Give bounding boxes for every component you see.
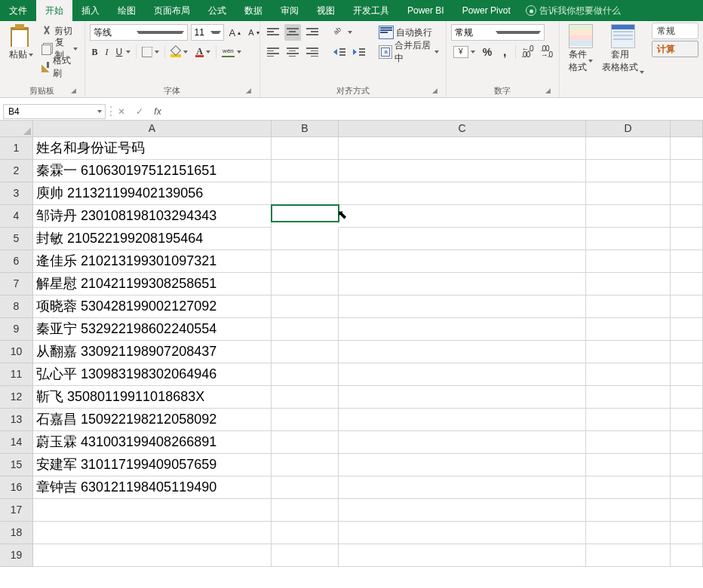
percent-button[interactable]: % bbox=[480, 44, 494, 60]
cell[interactable]: 项晓蓉 530428199002127092 bbox=[33, 296, 272, 318]
align-left-button[interactable] bbox=[265, 44, 281, 60]
clipboard-launcher[interactable]: ◢ bbox=[71, 87, 80, 96]
cell[interactable] bbox=[586, 160, 671, 182]
cell[interactable] bbox=[272, 182, 339, 205]
insert-function-button[interactable]: fx bbox=[149, 106, 167, 117]
cell[interactable] bbox=[339, 137, 586, 160]
cell[interactable] bbox=[339, 454, 586, 476]
cell[interactable]: 安建军 310117199409057659 bbox=[33, 454, 272, 476]
cell[interactable] bbox=[586, 250, 671, 273]
row-header[interactable]: 9 bbox=[0, 318, 33, 341]
cell[interactable] bbox=[671, 273, 703, 296]
cell[interactable] bbox=[272, 296, 339, 318]
row-header[interactable]: 5 bbox=[0, 228, 33, 250]
font-color-button[interactable]: A bbox=[193, 44, 213, 60]
cell[interactable] bbox=[339, 431, 586, 454]
row-header[interactable]: 2 bbox=[0, 160, 33, 182]
fill-color-button[interactable] bbox=[168, 44, 190, 60]
tab-review[interactable]: 审阅 bbox=[272, 0, 308, 21]
cell[interactable] bbox=[33, 499, 272, 522]
cell[interactable] bbox=[272, 499, 339, 522]
cell[interactable]: 解星慰 210421199308258651 bbox=[33, 273, 272, 296]
cell[interactable] bbox=[671, 499, 703, 522]
cell[interactable] bbox=[272, 318, 339, 341]
cell[interactable] bbox=[586, 431, 671, 454]
cell[interactable] bbox=[586, 296, 671, 318]
italic-button[interactable]: I bbox=[103, 44, 111, 60]
cell[interactable] bbox=[586, 544, 671, 567]
cell[interactable] bbox=[339, 363, 586, 386]
row-header[interactable]: 13 bbox=[0, 409, 33, 431]
cell[interactable] bbox=[339, 228, 586, 250]
column-header-D[interactable]: D bbox=[586, 121, 671, 137]
tab-data[interactable]: 数据 bbox=[235, 0, 272, 21]
select-all-button[interactable] bbox=[0, 121, 33, 137]
cell[interactable] bbox=[671, 363, 703, 386]
formula-input[interactable] bbox=[167, 104, 703, 119]
enter-formula-button[interactable]: ✓ bbox=[130, 106, 149, 117]
row-header[interactable]: 3 bbox=[0, 182, 33, 205]
cancel-formula-button[interactable]: ✕ bbox=[112, 106, 130, 117]
cell[interactable] bbox=[339, 341, 586, 363]
row-header[interactable]: 7 bbox=[0, 273, 33, 296]
cell[interactable]: 靳飞 35080119911018683X bbox=[33, 386, 272, 409]
cell[interactable] bbox=[586, 273, 671, 296]
cell[interactable] bbox=[339, 544, 586, 567]
tab-developer[interactable]: 开发工具 bbox=[344, 0, 398, 21]
cell[interactable] bbox=[339, 273, 586, 296]
cell[interactable]: 秦霖一 610630197512151651 bbox=[33, 160, 272, 182]
cell[interactable] bbox=[272, 228, 339, 250]
orientation-button[interactable] bbox=[331, 24, 355, 41]
accounting-format-button[interactable]: ¥ bbox=[451, 44, 477, 60]
cell[interactable] bbox=[272, 431, 339, 454]
name-box[interactable] bbox=[3, 104, 106, 119]
tab-file[interactable]: 文件 bbox=[0, 0, 36, 21]
cell[interactable] bbox=[671, 431, 703, 454]
decrease-decimal-button[interactable]: .00→.0 bbox=[539, 44, 554, 60]
decrease-font-button[interactable]: A▾ bbox=[246, 24, 261, 41]
cell[interactable] bbox=[586, 318, 671, 341]
cell[interactable] bbox=[671, 137, 703, 160]
column-header-C[interactable]: C bbox=[339, 121, 586, 137]
align-center-button[interactable] bbox=[284, 44, 301, 60]
phonetic-button[interactable]: wén bbox=[219, 44, 244, 60]
cell[interactable] bbox=[339, 522, 586, 544]
cell[interactable] bbox=[339, 476, 586, 499]
cell[interactable] bbox=[671, 250, 703, 273]
row-header[interactable]: 17 bbox=[0, 499, 33, 522]
row-header[interactable]: 14 bbox=[0, 431, 33, 454]
cell[interactable] bbox=[272, 160, 339, 182]
cell[interactable] bbox=[671, 182, 703, 205]
decrease-indent-button[interactable] bbox=[331, 44, 348, 60]
cell[interactable]: 秦亚宁 532922198602240554 bbox=[33, 318, 272, 341]
cell[interactable] bbox=[272, 476, 339, 499]
cell[interactable]: 石嘉昌 150922198212058092 bbox=[33, 409, 272, 431]
chevron-down-icon[interactable] bbox=[97, 110, 102, 113]
cell[interactable]: 蔚玉霖 431003199408266891 bbox=[33, 431, 272, 454]
cell[interactable]: 弘心平 130983198302064946 bbox=[33, 363, 272, 386]
column-header-A[interactable]: A bbox=[33, 121, 272, 137]
cell[interactable] bbox=[339, 318, 586, 341]
increase-decimal-button[interactable]: ←.0.00 bbox=[519, 44, 535, 60]
comma-style-button[interactable]: , bbox=[497, 44, 512, 60]
cell[interactable] bbox=[272, 522, 339, 544]
cell[interactable] bbox=[339, 205, 586, 228]
row-header[interactable]: 4 bbox=[0, 205, 33, 228]
tab-insert[interactable]: 插入 bbox=[72, 0, 109, 21]
cell[interactable] bbox=[272, 454, 339, 476]
cell[interactable] bbox=[272, 273, 339, 296]
cell[interactable] bbox=[33, 522, 272, 544]
cell[interactable] bbox=[272, 205, 339, 222]
cell[interactable] bbox=[671, 160, 703, 182]
number-launcher[interactable]: ◢ bbox=[545, 87, 554, 96]
font-name-select[interactable]: 等线 bbox=[90, 24, 188, 41]
row-header[interactable]: 19 bbox=[0, 544, 33, 567]
row-header[interactable]: 18 bbox=[0, 522, 33, 544]
underline-button[interactable]: U bbox=[114, 44, 134, 60]
wrap-text-button[interactable]: 自动换行 bbox=[376, 24, 441, 41]
cell[interactable] bbox=[586, 476, 671, 499]
tab-formulas[interactable]: 公式 bbox=[199, 0, 235, 21]
conditional-format-button[interactable]: 条件格式 bbox=[564, 23, 597, 75]
cell[interactable] bbox=[339, 409, 586, 431]
cell[interactable] bbox=[671, 228, 703, 250]
